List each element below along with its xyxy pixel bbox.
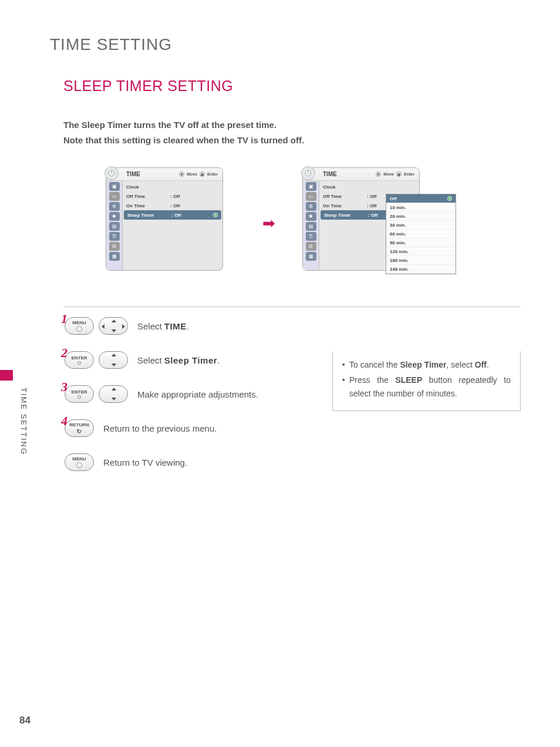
lock-icon: ⊟ [306, 242, 316, 251]
legend-move: Move [187, 172, 197, 176]
sleep-timer-options-popup: Off 10 min. 20 min. 30 min. 60 min. 90 m… [386, 194, 456, 274]
option-icon: ☰ [109, 232, 120, 241]
gear-icon: ⚙ [306, 202, 316, 211]
popup-option: 10 min. [386, 203, 456, 212]
osd-category-icons: ▣ ▭ ⚙ ✱ ▤ ☰ ⊟ ▦ [106, 181, 123, 270]
enter-button-icon: ENTER [65, 351, 94, 369]
page-title: TIME SETTING [50, 35, 172, 54]
osd-row-clock: Clock [319, 182, 419, 191]
popup-option: 30 min. [386, 221, 456, 230]
osd-row-offtime: Off Time : Off [123, 191, 222, 201]
dpad-2way-icon [99, 385, 128, 403]
arrow-right-icon: ➡ [262, 214, 275, 233]
step-number: 2 [61, 345, 68, 361]
osd-row-sleeptimer-selected: Sleep Timer : Off [124, 210, 221, 220]
step-text: Return to the previous menu. [103, 423, 217, 433]
divider [63, 307, 521, 307]
osd-header: TIME ✥ Move ◉ Enter [303, 168, 419, 181]
time-icon: ▤ [109, 222, 120, 231]
steps-list: 1 MENU Select TIME. 2 ENTER Select Sleep… [65, 317, 329, 487]
step-4: 4 RETURN ↺ Return to the previous menu. [65, 419, 329, 437]
move-icon: ✥ [179, 171, 184, 177]
picture-icon: ▣ [306, 182, 316, 191]
intro-text: The Sleep Timer turns the TV off at the … [63, 117, 304, 147]
audio-icon: ▭ [306, 192, 316, 201]
info-item: Press the SLEEP button repeatedly to sel… [342, 374, 511, 400]
osd-title: TIME [126, 171, 140, 177]
radio-icon [213, 213, 218, 217]
side-accent-bar [0, 370, 13, 381]
dpad-2way-icon [99, 351, 128, 369]
side-section-label: TIME SETTING [19, 388, 28, 455]
popup-option: 90 min. [386, 238, 456, 247]
step-1: 1 MENU Select TIME. [65, 317, 329, 335]
option-icon: ☰ [306, 232, 316, 241]
input-icon: ▦ [109, 252, 120, 261]
osd-menu: Clock Off Time : Off On Time : Off Sleep… [123, 181, 222, 270]
legend-enter: Enter [207, 172, 218, 176]
lock-icon: ⊟ [109, 242, 120, 251]
clock-icon [104, 166, 119, 180]
intro-line-2: Note that this setting is cleared when t… [63, 135, 304, 145]
input-icon: ▦ [306, 252, 316, 261]
page-number: 84 [19, 715, 31, 726]
osd-header: TIME ✥ Move ◉ Enter [106, 168, 222, 181]
step-text: Return to TV viewing. [103, 457, 187, 467]
intro-line-1: The Sleep Timer turns the TV off at the … [63, 120, 276, 130]
popup-option: 60 min. [386, 230, 456, 238]
step-5: MENU Return to TV viewing. [65, 453, 329, 471]
popup-option-off-selected: Off [386, 194, 456, 203]
step-text: Select TIME. [137, 321, 189, 331]
radio-icon [447, 196, 452, 201]
dpad-4way-icon [99, 317, 128, 335]
enter-button-icon: ENTER [65, 385, 94, 403]
osd-row-clock: Clock [123, 182, 222, 191]
step-number: 1 [61, 311, 68, 327]
step-number: 3 [61, 379, 68, 395]
step-number: 4 [61, 413, 68, 429]
move-icon: ✥ [376, 171, 381, 177]
popup-option: 120 min. [386, 247, 456, 256]
enter-icon: ◉ [200, 171, 205, 177]
legend-enter: Enter [404, 172, 414, 176]
clock-icon [301, 166, 315, 180]
info-item: To cancel the Sleep Timer, select Off. [342, 358, 511, 371]
legend-move: Move [383, 172, 394, 176]
step-3: 3 ENTER Make appropriate adjustments. [65, 385, 329, 403]
popup-option: 180 min. [386, 256, 456, 265]
osd-legend: ✥ Move ◉ Enter [376, 171, 414, 177]
step-text: Select Sleep Timer. [137, 355, 220, 365]
button-ring-icon [77, 361, 81, 365]
popup-option: 20 min. [386, 212, 456, 221]
step-2: 2 ENTER Select Sleep Timer. [65, 351, 329, 369]
globe-icon: ✱ [306, 212, 316, 221]
section-title: SLEEP TIMER SETTING [63, 78, 233, 95]
audio-icon: ▭ [109, 192, 120, 201]
gear-icon: ⚙ [109, 202, 120, 211]
menu-button-icon: MENU [65, 317, 94, 335]
return-arrow-icon: ↺ [77, 428, 82, 435]
button-ring-icon [77, 395, 81, 399]
button-dot-icon [76, 326, 82, 332]
info-box: To cancel the Sleep Timer, select Off. P… [332, 351, 521, 411]
globe-icon: ✱ [109, 212, 120, 221]
osd-title: TIME [323, 171, 337, 177]
osd-legend: ✥ Move ◉ Enter [179, 171, 218, 177]
step-text: Make appropriate adjustments. [137, 389, 258, 399]
time-icon: ▤ [306, 222, 316, 231]
menu-button-icon: MENU [65, 453, 94, 471]
enter-icon: ◉ [396, 171, 402, 177]
button-dot-icon [76, 462, 82, 468]
osd-panel-before: TIME ✥ Move ◉ Enter ▣ ▭ ⚙ ✱ ▤ ☰ ⊟ ▦ Cloc… [106, 167, 223, 271]
return-button-icon: RETURN ↺ [65, 419, 94, 437]
popup-option: 240 min. [386, 265, 456, 274]
osd-row-ontime: On Time : Off [123, 201, 222, 210]
picture-icon: ▣ [109, 182, 120, 191]
osd-category-icons: ▣ ▭ ⚙ ✱ ▤ ☰ ⊟ ▦ [303, 181, 319, 270]
